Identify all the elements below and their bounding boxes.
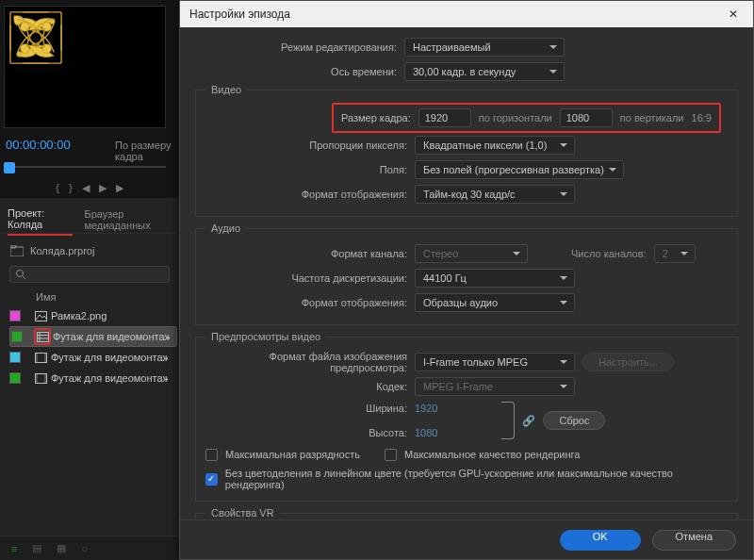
ok-button[interactable]: OK <box>560 530 641 551</box>
channel-count-select: 2 <box>654 244 696 263</box>
step-back-icon[interactable]: ◀ <box>82 182 90 194</box>
step-fwd-icon[interactable]: ▶ <box>116 182 123 194</box>
linear-color-label: Без цветоделения в линейном цвете (требу… <box>225 468 728 490</box>
freeform-view-icon[interactable]: ○ <box>81 543 88 554</box>
clip-icon <box>34 351 47 364</box>
list-item[interactable]: Рамка2.png <box>9 305 177 326</box>
vr-group: Свойства VR Проекция: Нет Разметка: Моно… <box>195 507 738 519</box>
max-render-quality-checkbox[interactable] <box>385 449 397 461</box>
tab-project[interactable]: Проект: Коляда <box>8 207 73 236</box>
header-name[interactable]: Имя <box>36 291 56 303</box>
timecode[interactable]: 00:00:00:00 <box>6 138 71 152</box>
scrub-bar[interactable] <box>4 160 166 173</box>
list-item[interactable]: Футаж для видеомонтажа <box>9 326 177 347</box>
vertical-label: по вертикали <box>620 112 684 124</box>
project-list-header: Имя <box>9 290 170 304</box>
preview-file-format-select[interactable]: I-Frame только MPEG <box>415 353 575 371</box>
reset-button[interactable]: Сброс <box>543 411 605 430</box>
dialog-titlebar[interactable]: Настройки эпизода ✕ <box>180 1 753 27</box>
aspect-ratio: 16:9 <box>692 112 712 124</box>
sample-rate-label: Частота дискретизации: <box>205 272 407 284</box>
horizontal-label: по горизонтали <box>479 112 552 124</box>
pixel-aspect-select[interactable]: Квадратные пиксели (1,0) <box>415 136 575 155</box>
project-tabs: Проект: Коляда Браузер медиаданных <box>0 209 179 234</box>
mark-out-icon[interactable]: } <box>69 182 73 193</box>
svg-point-8 <box>17 271 24 277</box>
tab-media-browser[interactable]: Браузер медиаданных <box>84 208 179 235</box>
mark-in-icon[interactable]: { <box>56 182 59 193</box>
clip-icon <box>34 371 47 385</box>
search-icon <box>15 269 26 280</box>
list-item[interactable]: Футаж для видеомонтажа <box>9 368 177 388</box>
video-legend: Видео <box>205 84 247 95</box>
video-display-format-label: Формат отображения: <box>205 189 407 200</box>
playhead[interactable] <box>4 162 15 173</box>
preview-thumbnail <box>4 6 166 128</box>
frame-height-input[interactable]: 1080 <box>560 108 613 127</box>
project-filename: Коляда.prproj <box>30 245 94 256</box>
linear-color-checkbox[interactable] <box>205 473 218 486</box>
item-label: Рамка2.png <box>51 310 107 321</box>
editing-mode-select[interactable]: Настраиваемый <box>404 38 565 57</box>
frame-size-label: Размер кадра: <box>341 112 411 124</box>
video-display-format-select[interactable]: Тайм-код 30 кадр/с <box>415 185 575 204</box>
channel-count-label: Число каналов: <box>571 248 647 259</box>
preview-width-value[interactable]: 1920 <box>415 403 437 414</box>
svg-rect-19 <box>35 373 38 383</box>
previews-group: Предпросмотры видео Формат файла изображ… <box>195 331 738 502</box>
frame-size-highlight: Размер кадра: 1920 по горизонтали 1080 п… <box>332 103 721 133</box>
cancel-button[interactable]: Отмена <box>652 530 736 551</box>
project-file-row: Коляда.prproj <box>9 243 94 258</box>
sequence-icon <box>36 330 49 343</box>
svg-line-9 <box>23 276 25 279</box>
monitor-transport: { } ◀ ▶ ▶ <box>0 177 179 198</box>
link-icon[interactable]: 🔗 <box>522 415 535 427</box>
item-label: Футаж для видеомонтажа <box>53 331 170 342</box>
timebase-label: Ось времени: <box>195 66 397 77</box>
scrub-track <box>4 166 166 168</box>
audio-display-format-select[interactable]: Образцы аудио <box>415 293 575 312</box>
project-filter-input[interactable] <box>9 266 170 283</box>
fields-select[interactable]: Без полей (прогрессивная развертка) <box>415 160 624 179</box>
video-group: Видео Размер кадра: 1920 по горизонтали … <box>195 84 738 217</box>
ornament-corner-icon <box>8 10 63 65</box>
icon-view-icon[interactable]: ▦ <box>57 542 66 554</box>
editing-mode-label: Режим редактирования: <box>195 41 397 53</box>
close-icon[interactable]: ✕ <box>723 8 744 21</box>
fields-label: Поля: <box>205 164 407 175</box>
label-color-swatch[interactable] <box>9 310 21 321</box>
preview-height-value[interactable]: 1080 <box>415 427 437 438</box>
program-monitor: 00:00:00:00 По размеру кадра { } ◀ ▶ ▶ <box>0 0 179 198</box>
audio-group: Аудио Формат канала: Стерео Число канало… <box>195 222 738 325</box>
list-item[interactable]: Футаж для видеомонтажа <box>9 347 177 368</box>
max-bit-depth-label: Максимальная разрядность <box>225 449 360 460</box>
previews-legend: Предпросмотры видео <box>205 331 326 342</box>
max-bit-depth-checkbox[interactable] <box>205 449 218 461</box>
dialog-title: Настройки эпизода <box>189 8 290 21</box>
list-view-icon[interactable]: ▤ <box>32 542 41 554</box>
link-bracket-icon <box>501 402 515 439</box>
label-color-swatch[interactable] <box>11 331 23 342</box>
svg-rect-11 <box>37 332 48 341</box>
label-color-swatch[interactable] <box>9 352 21 363</box>
svg-point-5 <box>42 44 52 54</box>
item-label: Футаж для видеомонтажа <box>51 352 168 363</box>
sample-rate-select[interactable]: 44100 Гц <box>415 269 575 288</box>
pixel-aspect-label: Пропорции пикселя: <box>205 140 407 151</box>
tool-icon[interactable]: ≡ <box>11 543 17 554</box>
project-icon <box>9 243 25 258</box>
zoom-fit-label[interactable]: По размеру кадра <box>115 140 179 162</box>
channel-format-select: Стерео <box>415 244 528 263</box>
codec-select: MPEG I-Frame <box>415 377 575 396</box>
frame-width-input[interactable]: 1920 <box>418 108 471 127</box>
codec-label: Кодек: <box>205 381 407 392</box>
configure-button: Настроить... <box>582 353 674 371</box>
preview-height-label: Высота: <box>205 427 407 438</box>
svg-rect-20 <box>44 373 47 383</box>
audio-legend: Аудио <box>205 222 246 234</box>
play-icon[interactable]: ▶ <box>99 182 107 194</box>
label-color-swatch[interactable] <box>9 372 21 384</box>
timebase-select[interactable]: 30,00 кадр. в секунду <box>404 62 565 81</box>
image-icon <box>34 309 47 322</box>
project-item-list: Рамка2.pngФутаж для видеомонтажаФутаж дл… <box>9 305 177 388</box>
